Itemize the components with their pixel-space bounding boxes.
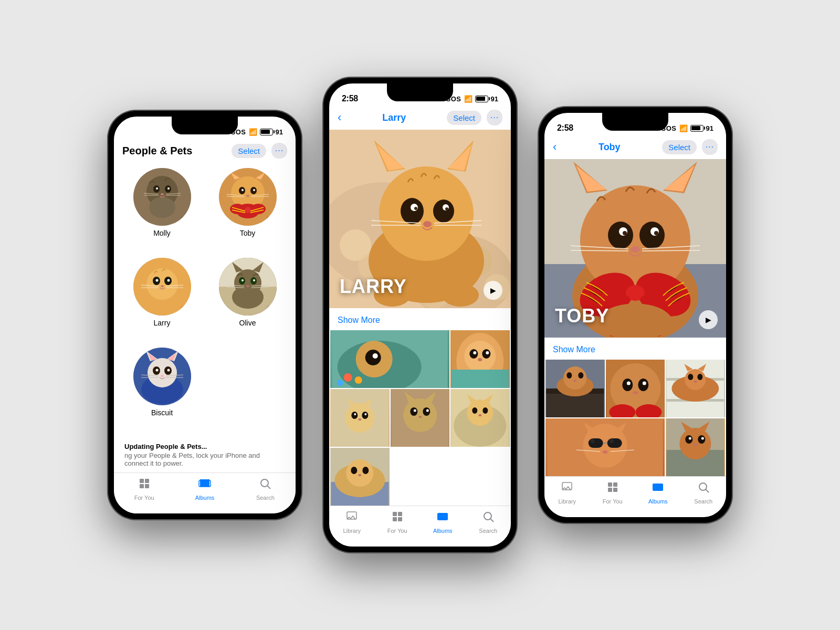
svg-point-214 <box>626 382 630 385</box>
svg-point-169 <box>358 474 361 476</box>
svg-point-24 <box>245 207 251 213</box>
svg-point-224 <box>685 369 706 390</box>
tab-library-3[interactable]: Library <box>544 481 590 505</box>
photo-larry-2[interactable] <box>450 330 510 388</box>
updating-title: Updating People & Pets... <box>124 443 285 450</box>
name-biscuit: Biscuit <box>151 408 173 417</box>
photo-larry-3[interactable] <box>330 389 390 447</box>
back-button-3[interactable]: ‹ <box>553 140 556 154</box>
svg-point-2 <box>149 197 175 218</box>
svg-rect-171 <box>393 512 397 516</box>
svg-line-90 <box>268 486 271 489</box>
svg-point-135 <box>478 358 482 361</box>
svg-point-237 <box>591 439 595 443</box>
tab-albums-3[interactable]: Albums <box>635 481 681 505</box>
svg-rect-86 <box>145 484 149 488</box>
svg-point-102 <box>379 166 474 261</box>
svg-point-216 <box>633 391 638 394</box>
svg-point-251 <box>694 444 698 446</box>
status-time-2: 2:58 <box>342 94 358 103</box>
play-button-3[interactable]: ▶ <box>699 310 718 329</box>
phone-1: SOS 📶 91 People & Pets Select ··· <box>108 110 302 520</box>
svg-point-153 <box>426 410 428 412</box>
svg-rect-172 <box>398 512 402 516</box>
select-button-2[interactable]: Select <box>447 111 481 125</box>
albums-icon-2 <box>436 510 449 526</box>
larry-photo-2-image <box>450 330 510 388</box>
tab-search-3[interactable]: Search <box>681 481 727 505</box>
show-more-2[interactable]: Show More <box>329 308 511 330</box>
play-button-2[interactable]: ▶ <box>484 281 502 300</box>
toby-hero: TOBY ▶ <box>544 159 726 338</box>
tab-foryou-3[interactable]: For You <box>590 481 636 505</box>
more-button-3[interactable]: ··· <box>702 139 718 155</box>
photo-toby-2[interactable] <box>606 360 665 417</box>
svg-point-249 <box>689 437 691 440</box>
updating-body: ng your People & Pets, lock your iPhone … <box>124 452 285 467</box>
tab-albums-1[interactable]: Albums <box>174 477 235 501</box>
more-dots-icon-2: ··· <box>490 113 499 122</box>
photo-larry-4[interactable] <box>391 389 450 447</box>
person-larry[interactable]: ♡ Larry <box>124 258 200 337</box>
foryou-icon-3 <box>606 481 619 497</box>
tab-search-2[interactable]: Search <box>466 510 511 534</box>
svg-rect-256 <box>613 488 617 492</box>
svg-line-177 <box>490 519 494 522</box>
svg-point-144 <box>364 413 366 415</box>
select-button-1[interactable]: Select <box>232 144 266 158</box>
tab-foryou-1[interactable]: For You <box>114 477 174 501</box>
svg-rect-235 <box>607 438 622 448</box>
more-button-2[interactable]: ··· <box>487 110 502 125</box>
tab-albums-2[interactable]: Albums <box>420 510 466 534</box>
nav-actions-2: Select ··· <box>447 110 502 125</box>
svg-point-212 <box>622 379 633 391</box>
person-toby[interactable]: ♡ Toby <box>210 168 285 247</box>
tab-bar-1: For You Albums Search <box>114 472 296 513</box>
person-molly[interactable]: ♡ Molly <box>124 168 200 247</box>
battery-pct-1: 91 <box>276 128 283 136</box>
svg-point-113 <box>423 221 432 227</box>
select-button-3[interactable]: Select <box>662 140 697 154</box>
svg-point-127 <box>337 380 343 386</box>
photo-larry-1[interactable] <box>330 330 449 388</box>
svg-point-166 <box>346 459 373 487</box>
toby-photo-2 <box>606 360 665 417</box>
photo-larry-6[interactable] <box>330 448 390 506</box>
battery-1 <box>260 129 273 135</box>
photo-toby-1[interactable] <box>545 360 605 417</box>
svg-point-147 <box>403 398 437 432</box>
search-icon-3 <box>697 481 710 497</box>
status-time-3: 2:58 <box>557 123 573 133</box>
show-more-3[interactable]: Show More <box>544 338 726 360</box>
tab-albums-label-1: Albums <box>195 495 215 501</box>
photo-larry-5[interactable] <box>450 389 510 447</box>
svg-point-138 <box>345 403 374 433</box>
svg-point-32 <box>253 189 255 191</box>
photo-toby-5[interactable] <box>666 418 725 476</box>
photo-toby-3[interactable] <box>666 360 725 417</box>
page-title-3: Toby <box>556 142 662 153</box>
svg-point-108 <box>433 200 454 223</box>
svg-point-206 <box>563 366 586 390</box>
library-icon-3 <box>561 481 573 497</box>
larry-photo-1-image <box>330 330 449 388</box>
updating-status: Updating People & Pets... ng your People… <box>114 437 296 472</box>
back-button-2[interactable]: ‹ <box>338 111 341 124</box>
foryou-icon-1 <box>138 477 151 493</box>
tab-search-label-2: Search <box>479 528 497 534</box>
tab-library-2[interactable]: Library <box>329 510 375 534</box>
library-icon-2 <box>345 510 358 526</box>
phone-3-screen: 2:58 SOS 📶 91 ‹ Toby Select ··· <box>544 113 726 517</box>
heart-larry: ♡ <box>181 304 187 312</box>
tab-foryou-2[interactable]: For You <box>375 510 421 534</box>
svg-point-160 <box>472 407 478 414</box>
photo-toby-4[interactable] <box>545 418 665 476</box>
status-icons-3: SOS 📶 91 <box>662 124 713 132</box>
svg-rect-85 <box>140 484 144 488</box>
svg-point-62 <box>246 285 249 287</box>
svg-point-161 <box>483 407 488 414</box>
person-biscuit[interactable]: ♡ Biscuit <box>124 348 200 427</box>
tab-search-1[interactable]: Search <box>235 477 296 501</box>
more-button-1[interactable]: ··· <box>271 143 287 159</box>
person-olive[interactable]: ♡ Olive <box>210 258 285 337</box>
